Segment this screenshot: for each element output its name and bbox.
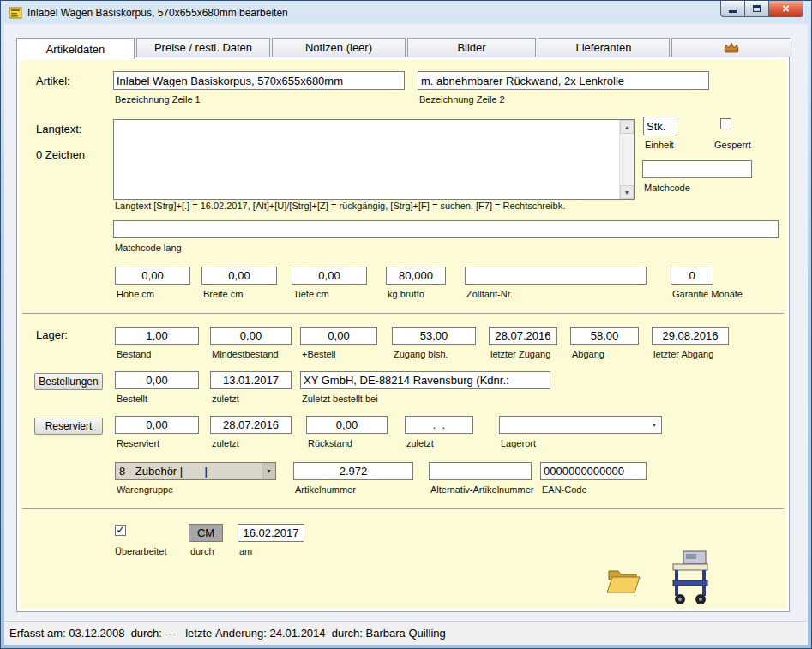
reserviert-zuletzt-caption: zuletzt [212,438,292,448]
rueckstand-zuletzt-input[interactable] [405,416,473,434]
client-area: Artikeldaten Preise / restl. Daten Notiz… [4,24,808,645]
app-icon [9,6,22,20]
rueckstand-zuletzt-caption: zuletzt [406,438,473,448]
langtext-textarea[interactable]: ▲ ▼ [113,119,635,200]
langtext-label: Langtext: [36,123,82,135]
mindestbestand-caption: Mindestbestand [212,349,292,359]
reserviert-zuletzt-input[interactable] [210,416,292,434]
scroll-up-icon[interactable]: ▲ [620,120,634,134]
bestellt-zuletzt-field: zuletzt [210,371,292,404]
am-field: am [238,524,304,556]
zugang-input[interactable] [392,327,476,345]
matchcode-input[interactable] [642,160,752,178]
letzter-zugang-caption: letzter Zugang [490,349,557,359]
alternativ-artikelnummer-field: Alternativ-Artikelnummer [429,462,532,495]
crown-icon [723,41,740,54]
bezeichnung-zeile2-input[interactable] [418,71,709,90]
artikelnummer-input[interactable] [293,462,413,480]
bestand-input[interactable] [115,327,199,345]
kg-brutto-input[interactable] [386,267,446,285]
alternativ-artikelnummer-input[interactable] [429,462,532,480]
tab-artikeldaten[interactable]: Artikeldaten [16,38,135,59]
letzter-zugang-input[interactable] [489,327,557,345]
breite-field: Breite cm [201,267,277,299]
durch-caption: durch [190,546,223,556]
artikelnummer-caption: Artikelnummer [295,484,413,495]
tab-label: Preise / restl. Daten [154,41,252,54]
letzter-abgang-caption: letzter Abgang [653,349,729,359]
divider [22,508,784,509]
tiefe-field: Tiefe cm [292,267,367,299]
durch-input[interactable] [189,524,223,542]
alternativ-artikelnummer-caption: Alternativ-Artikelnummer [430,484,532,495]
matchcode-lang-caption: Matchcode lang [115,243,779,253]
bezeichnung-zeile2-field: Bezeichnung Zeile 2 [418,71,709,105]
bestellt-zuletzt-caption: zuletzt [212,394,292,404]
minimize-button[interactable] [720,1,745,17]
chevron-down-icon[interactable]: ▼ [262,463,275,479]
check-icon: ✓ [116,524,124,536]
tab-preise[interactable]: Preise / restl. Daten [136,38,270,57]
bestand-caption: Bestand [117,349,199,359]
close-button[interactable]: × [768,1,803,17]
lagerort-caption: Lagerort [501,438,662,448]
tab-notizen[interactable]: Notizen (leer) [272,38,406,57]
artikelnummer-field: Artikelnummer [293,462,413,495]
tab-bar: Artikeldaten Preise / restl. Daten Notiz… [16,38,793,59]
tab-bilder[interactable]: Bilder [407,38,536,57]
am-input[interactable] [238,524,304,542]
reserviert-button[interactable]: Reserviert [34,418,103,435]
zolltarif-caption: Zolltarif-Nr. [466,289,647,299]
lagerort-field: ▼ Lagerort [499,416,662,448]
garantie-input[interactable] [671,267,713,285]
einheit-input[interactable] [643,117,677,135]
reserviert-input[interactable] [115,416,199,434]
rueckstand-input[interactable] [306,416,388,434]
tiefe-input[interactable] [292,267,367,285]
bestellt-input[interactable] [115,371,199,389]
titlebar[interactable]: Inlabel Wagen Basiskorpus, 570x655x680mm… [2,1,810,24]
plusbestell-input[interactable] [300,327,377,345]
abgang-input[interactable] [570,327,639,345]
tab-lieferanten[interactable]: Lieferanten [538,38,670,57]
maximize-button[interactable] [745,1,768,17]
ueberarbeitet-checkbox[interactable]: ✓ [115,525,126,536]
breite-input[interactable] [201,267,277,285]
tab-emblem[interactable] [671,38,791,57]
matchcode-field: Matchcode [642,160,752,193]
letzter-abgang-input[interactable] [652,327,729,345]
cart-image [666,548,714,608]
lagerort-combobox[interactable]: ▼ [499,416,662,434]
abgang-field: Abgang [570,327,639,359]
kg-brutto-caption: kg brutto [388,289,446,299]
warengruppe-combobox[interactable]: 8 - Zubehör | | ▼ [115,462,276,480]
hoehe-input[interactable] [115,267,190,285]
mindestbestand-input[interactable] [210,327,292,345]
bestellt-bei-input[interactable] [300,371,550,389]
maximize-icon [753,5,761,12]
matchcode-lang-input[interactable] [113,220,779,238]
bestellungen-button[interactable]: Bestellungen [34,373,103,390]
einheit-field: Einheit [643,117,677,150]
bestellt-zuletzt-input[interactable] [210,371,292,389]
open-folder-icon [606,567,641,596]
app-window: Inlabel Wagen Basiskorpus, 570x655x680mm… [0,0,812,649]
zolltarif-input[interactable] [465,267,647,285]
matchcode-caption: Matchcode [644,183,752,193]
gesperrt-checkbox[interactable] [720,118,731,129]
zugang-field: Zugang bish. [392,327,476,359]
matchcode-lang-field: Matchcode lang [113,220,779,253]
status-bar: Erfasst am: 03.12.2008 durch: --- letzte… [4,621,808,645]
tab-label: Notizen (leer) [305,41,372,54]
scroll-down-icon[interactable]: ▼ [620,185,634,199]
chevron-down-icon[interactable]: ▼ [647,417,661,433]
am-caption: am [239,546,304,556]
ean-code-input[interactable] [540,462,647,480]
langtext-scrollbar[interactable]: ▲ ▼ [619,120,634,199]
minimize-icon [729,10,737,13]
bestellt-bei-field: Zuletzt bestellt bei [300,371,550,404]
bezeichnung-zeile1-input[interactable] [113,71,405,90]
open-folder-button[interactable] [604,563,642,599]
reserviert-caption: Reserviert [117,438,199,448]
langtext-hint: Langtext [Strg]+[.] = 16.02.2017, [Alt]+… [115,201,565,211]
